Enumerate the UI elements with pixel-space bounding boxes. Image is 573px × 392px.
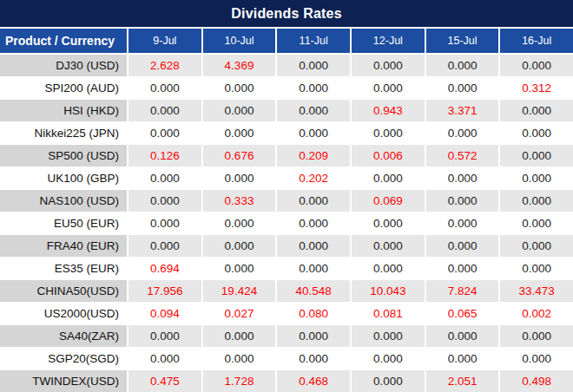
product-cell: US2000(USD) (0, 303, 128, 324)
column-header-date: 16-Jul (500, 29, 573, 53)
value-cell: 0.000 (352, 122, 426, 144)
value-cell: 0.000 (500, 235, 573, 257)
value-cell: 0.000 (352, 348, 426, 369)
value-cell: 0.000 (352, 325, 426, 347)
product-cell: ES35 (EUR) (0, 258, 128, 279)
value-cell: 0.312 (500, 77, 573, 99)
value-cell: 0.000 (203, 348, 278, 369)
value-cell: 0.000 (128, 77, 203, 99)
value-cell: 7.824 (426, 280, 501, 302)
value-cell: 2.051 (426, 370, 501, 392)
value-cell: 0.000 (500, 190, 573, 212)
table-row: HSI (HKD)0.0000.0000.0000.9433.3710.000 (0, 100, 573, 122)
column-header-date: 9-Jul (128, 29, 203, 53)
value-cell: 0.000 (426, 190, 501, 212)
value-cell: 0.000 (277, 77, 352, 99)
table-row: DJ30 (USD)2.6284.3690.0000.0000.0000.000 (0, 55, 573, 77)
value-cell: 0.000 (426, 167, 501, 189)
value-cell: 0.081 (352, 303, 426, 324)
column-header-date: 11-Jul (277, 29, 352, 53)
value-cell: 0.000 (352, 55, 426, 76)
value-cell: 0.000 (500, 100, 573, 121)
value-cell: 0.202 (277, 167, 352, 189)
value-cell: 0.000 (203, 122, 278, 144)
value-cell: 0.333 (203, 190, 278, 212)
value-cell: 0.000 (128, 190, 203, 212)
table-row: SA40(ZAR)0.0000.0000.0000.0000.0000.000 (0, 325, 573, 348)
value-cell: 0.000 (277, 348, 352, 369)
value-cell: 0.000 (203, 77, 278, 99)
dividends-rates-widget: Dividends Rates Product / Currency 9-Jul… (0, 0, 573, 392)
value-cell: 0.000 (500, 122, 573, 144)
value-cell: 0.000 (426, 212, 501, 234)
value-cell: 10.043 (352, 280, 426, 302)
value-cell: 0.126 (128, 145, 203, 167)
value-cell: 0.000 (277, 190, 352, 212)
value-cell: 0.000 (277, 212, 352, 234)
value-cell: 33.473 (500, 280, 573, 302)
column-header-date: 15-Jul (426, 29, 501, 53)
table-row: CHINA50(USD)17.95619.42440.54810.0437.82… (0, 280, 573, 303)
value-cell: 0.000 (128, 235, 203, 257)
product-cell: SP500 (USD) (0, 145, 128, 167)
value-cell: 0.000 (277, 258, 352, 279)
value-cell: 0.000 (203, 100, 278, 121)
value-cell: 0.000 (203, 212, 278, 234)
value-cell: 0.000 (203, 235, 278, 257)
value-cell: 17.956 (128, 280, 203, 302)
value-cell: 0.000 (203, 167, 278, 189)
value-cell: 0.000 (203, 258, 278, 279)
value-cell: 0.000 (352, 77, 426, 99)
table-row: SPI200 (AUD)0.0000.0000.0000.0000.0000.3… (0, 77, 573, 100)
product-cell: SPI200 (AUD) (0, 77, 128, 99)
value-cell: 0.000 (500, 258, 573, 279)
value-cell: 0.000 (426, 235, 501, 257)
value-cell: 0.080 (277, 303, 352, 324)
value-cell: 3.371 (426, 100, 501, 121)
product-cell: Nikkei225 (JPN) (0, 122, 128, 144)
value-cell: 0.000 (277, 325, 352, 347)
value-cell: 0.000 (128, 167, 203, 189)
value-cell: 19.424 (203, 280, 278, 302)
value-cell: 4.369 (203, 55, 278, 76)
value-cell: 1.728 (203, 370, 278, 392)
value-cell: 0.000 (500, 212, 573, 234)
value-cell: 0.000 (426, 348, 501, 369)
value-cell: 0.000 (128, 325, 203, 347)
value-cell: 0.694 (128, 258, 203, 279)
value-cell: 0.000 (277, 235, 352, 257)
value-cell: 0.000 (128, 122, 203, 144)
value-cell: 0.006 (352, 145, 426, 167)
table-row: FRA40 (EUR)0.0000.0000.0000.0000.0000.00… (0, 235, 573, 258)
table-row: US2000(USD)0.0940.0270.0800.0810.0650.00… (0, 303, 573, 325)
value-cell: 0.000 (352, 258, 426, 279)
value-cell: 0.000 (128, 348, 203, 369)
value-cell: 0.000 (128, 212, 203, 234)
value-cell: 0.000 (500, 325, 573, 347)
value-cell: 0.000 (352, 212, 426, 234)
product-cell: FRA40 (EUR) (0, 235, 128, 257)
product-cell: CHINA50(USD) (0, 280, 128, 302)
value-cell: 0.000 (277, 55, 352, 76)
column-header-product-currency: Product / Currency (0, 29, 128, 53)
value-cell: 0.209 (277, 145, 352, 167)
value-cell: 0.000 (426, 258, 501, 279)
value-cell: 0.027 (203, 303, 278, 324)
table-row: ES35 (EUR)0.6940.0000.0000.0000.0000.000 (0, 258, 573, 280)
value-cell: 0.000 (426, 122, 501, 144)
value-cell: 0.475 (128, 370, 203, 392)
table-row: TWINDEX(USD)0.4751.7280.4680.0002.0510.4… (0, 370, 573, 392)
product-cell: EU50 (EUR) (0, 212, 128, 234)
product-cell: TWINDEX(USD) (0, 370, 128, 392)
value-cell: 0.468 (277, 370, 352, 392)
table-row: NAS100 (USD)0.0000.3330.0000.0690.0000.0… (0, 190, 573, 212)
product-cell: SGP20(SGD) (0, 348, 128, 369)
value-cell: 0.943 (352, 100, 426, 121)
table-body: DJ30 (USD)2.6284.3690.0000.0000.0000.000… (0, 55, 573, 392)
value-cell: 0.000 (203, 325, 278, 347)
value-cell: 2.628 (128, 55, 203, 76)
product-cell: DJ30 (USD) (0, 55, 128, 76)
value-cell: 0.000 (426, 77, 501, 99)
value-cell: 0.002 (500, 303, 573, 324)
value-cell: 0.000 (277, 100, 352, 121)
